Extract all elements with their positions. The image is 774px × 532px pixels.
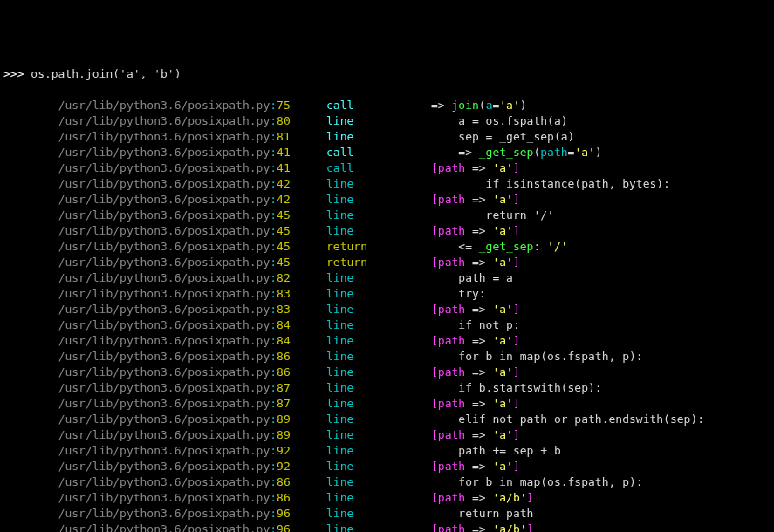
trace-line: /usr/lib/python3.6/posixpath.py:75call=>… bbox=[3, 98, 771, 113]
trace-line: /usr/lib/python3.6/posixpath.py:84line i… bbox=[3, 317, 771, 333]
trace-file: /usr/lib/python3.6/posixpath.py:42 bbox=[3, 192, 326, 208]
lineno: 84 bbox=[277, 318, 291, 331]
lineno: 42 bbox=[277, 177, 291, 190]
trace-file: /usr/lib/python3.6/posixpath.py:41 bbox=[3, 145, 326, 160]
trace-file: /usr/lib/python3.6/posixpath.py:96 bbox=[3, 522, 326, 532]
trace-detail: path += sep + b bbox=[431, 443, 771, 459]
trace-event: line bbox=[326, 396, 431, 412]
trace-file: /usr/lib/python3.6/posixpath.py:41 bbox=[3, 160, 326, 176]
trace-event: line bbox=[326, 223, 431, 239]
trace-detail: => join(a='a') bbox=[431, 98, 771, 113]
trace-event: line bbox=[326, 474, 431, 490]
trace-event: line bbox=[326, 270, 431, 286]
trace-event: line bbox=[326, 192, 431, 208]
lineno: 84 bbox=[277, 334, 291, 347]
trace-file: /usr/lib/python3.6/posixpath.py:42 bbox=[3, 176, 326, 192]
trace-detail: [path => 'a'] bbox=[431, 160, 771, 176]
trace-line: /usr/lib/python3.6/posixpath.py:82line p… bbox=[3, 270, 771, 286]
trace-detail: <= _get_sep: '/' bbox=[431, 239, 771, 255]
lineno: 45 bbox=[277, 256, 291, 269]
trace-line: /usr/lib/python3.6/posixpath.py:96line[p… bbox=[3, 522, 771, 532]
trace-line: /usr/lib/python3.6/posixpath.py:86line f… bbox=[3, 349, 771, 365]
repl-command: os.path.join('a', 'b') bbox=[31, 66, 181, 82]
trace-file: /usr/lib/python3.6/posixpath.py:45 bbox=[3, 223, 326, 239]
trace-detail: return path bbox=[431, 506, 771, 522]
trace-line: /usr/lib/python3.6/posixpath.py:42line[p… bbox=[3, 192, 771, 208]
trace-file: /usr/lib/python3.6/posixpath.py:45 bbox=[3, 255, 326, 270]
lineno: 80 bbox=[277, 114, 291, 127]
trace-line: /usr/lib/python3.6/posixpath.py:92line[p… bbox=[3, 459, 771, 474]
trace-detail: [path => 'a/b'] bbox=[431, 522, 771, 532]
trace-detail: [path => 'a'] bbox=[431, 255, 771, 270]
trace-line: /usr/lib/python3.6/posixpath.py:80line a… bbox=[3, 113, 771, 129]
trace-file: /usr/lib/python3.6/posixpath.py:83 bbox=[3, 286, 326, 302]
trace-file: /usr/lib/python3.6/posixpath.py:81 bbox=[3, 129, 326, 145]
trace-line: /usr/lib/python3.6/posixpath.py:81line s… bbox=[3, 129, 771, 145]
trace-detail: if not p: bbox=[431, 317, 771, 333]
trace-file: /usr/lib/python3.6/posixpath.py:84 bbox=[3, 317, 326, 333]
trace-line: /usr/lib/python3.6/posixpath.py:89line e… bbox=[3, 412, 771, 427]
trace-event: line bbox=[326, 427, 431, 443]
trace-detail: [path => 'a'] bbox=[431, 427, 771, 443]
repl-input-line[interactable]: >>> os.path.join('a', 'b') bbox=[3, 66, 771, 82]
trace-event: call bbox=[326, 160, 431, 176]
trace-file: /usr/lib/python3.6/posixpath.py:86 bbox=[3, 365, 326, 380]
lineno: 45 bbox=[277, 240, 291, 253]
trace-event: line bbox=[326, 302, 431, 317]
repl-prompt: >>> bbox=[3, 66, 31, 82]
trace-line: /usr/lib/python3.6/posixpath.py:89line[p… bbox=[3, 427, 771, 443]
lineno: 83 bbox=[277, 287, 291, 300]
trace-event: line bbox=[326, 365, 431, 380]
trace-line: /usr/lib/python3.6/posixpath.py:84line[p… bbox=[3, 333, 771, 349]
trace-detail: a = os.fspath(a) bbox=[431, 113, 771, 129]
trace-event: line bbox=[326, 286, 431, 302]
trace-file: /usr/lib/python3.6/posixpath.py:87 bbox=[3, 396, 326, 412]
trace-detail: [path => 'a'] bbox=[431, 365, 771, 380]
trace-file: /usr/lib/python3.6/posixpath.py:89 bbox=[3, 427, 326, 443]
lineno: 42 bbox=[277, 193, 291, 206]
trace-line: /usr/lib/python3.6/posixpath.py:83line t… bbox=[3, 286, 771, 302]
trace-file: /usr/lib/python3.6/posixpath.py:75 bbox=[3, 98, 326, 113]
lineno: 86 bbox=[277, 475, 291, 488]
lineno: 81 bbox=[277, 130, 291, 143]
trace-line: /usr/lib/python3.6/posixpath.py:87line[p… bbox=[3, 396, 771, 412]
trace-output: /usr/lib/python3.6/posixpath.py:75call=>… bbox=[3, 98, 771, 532]
lineno: 82 bbox=[277, 271, 291, 284]
trace-line: /usr/lib/python3.6/posixpath.py:45line[p… bbox=[3, 223, 771, 239]
lineno: 89 bbox=[277, 428, 291, 441]
lineno: 45 bbox=[277, 208, 291, 222]
trace-event: line bbox=[326, 412, 431, 427]
trace-file: /usr/lib/python3.6/posixpath.py:92 bbox=[3, 459, 326, 474]
lineno: 83 bbox=[277, 303, 291, 316]
trace-line: /usr/lib/python3.6/posixpath.py:83line[p… bbox=[3, 302, 771, 317]
trace-event: return bbox=[326, 239, 431, 255]
trace-line: /usr/lib/python3.6/posixpath.py:96line r… bbox=[3, 506, 771, 522]
trace-line: /usr/lib/python3.6/posixpath.py:45line r… bbox=[3, 208, 771, 223]
trace-line: /usr/lib/python3.6/posixpath.py:87line i… bbox=[3, 380, 771, 396]
trace-line: /usr/lib/python3.6/posixpath.py:41call =… bbox=[3, 145, 771, 160]
lineno: 87 bbox=[277, 397, 291, 410]
trace-file: /usr/lib/python3.6/posixpath.py:82 bbox=[3, 270, 326, 286]
trace-event: line bbox=[326, 333, 431, 349]
trace-file: /usr/lib/python3.6/posixpath.py:86 bbox=[3, 490, 326, 506]
trace-detail: sep = _get_sep(a) bbox=[431, 129, 771, 145]
lineno: 92 bbox=[277, 460, 291, 473]
trace-detail: for b in map(os.fspath, p): bbox=[431, 474, 771, 490]
trace-detail: [path => 'a'] bbox=[431, 192, 771, 208]
lineno: 89 bbox=[277, 413, 291, 426]
trace-file: /usr/lib/python3.6/posixpath.py:96 bbox=[3, 506, 326, 522]
trace-line: /usr/lib/python3.6/posixpath.py:45return… bbox=[3, 239, 771, 255]
trace-file: /usr/lib/python3.6/posixpath.py:83 bbox=[3, 302, 326, 317]
lineno: 86 bbox=[277, 491, 291, 504]
trace-line: /usr/lib/python3.6/posixpath.py:86line f… bbox=[3, 474, 771, 490]
trace-file: /usr/lib/python3.6/posixpath.py:89 bbox=[3, 412, 326, 427]
trace-file: /usr/lib/python3.6/posixpath.py:92 bbox=[3, 443, 326, 459]
trace-file: /usr/lib/python3.6/posixpath.py:45 bbox=[3, 208, 326, 223]
trace-file: /usr/lib/python3.6/posixpath.py:45 bbox=[3, 239, 326, 255]
lineno: 86 bbox=[277, 350, 291, 363]
trace-detail: [path => 'a'] bbox=[431, 396, 771, 412]
trace-file: /usr/lib/python3.6/posixpath.py:87 bbox=[3, 380, 326, 396]
trace-event: line bbox=[326, 113, 431, 129]
trace-line: /usr/lib/python3.6/posixpath.py:45return… bbox=[3, 255, 771, 270]
trace-event: line bbox=[326, 443, 431, 459]
